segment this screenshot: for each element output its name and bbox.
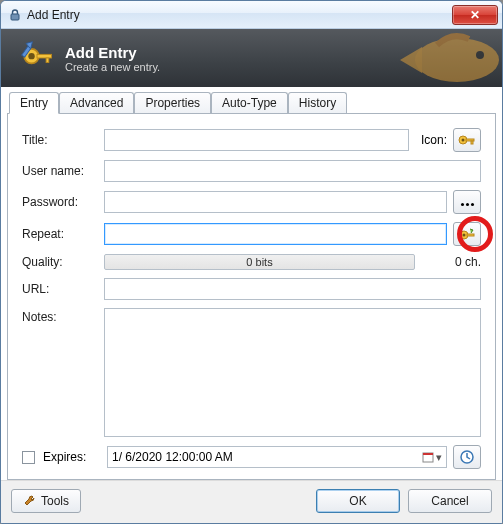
- close-button[interactable]: ✕: [452, 5, 498, 25]
- tab-advanced[interactable]: Advanced: [59, 92, 134, 114]
- tools-label: Tools: [41, 494, 69, 508]
- quality-value: 0 bits: [246, 256, 272, 268]
- quality-meter: 0 bits: [104, 254, 415, 270]
- banner-title: Add Entry: [65, 44, 160, 61]
- expires-label: Expires:: [43, 450, 101, 464]
- tab-strip: Entry Advanced Properties Auto-Type Hist…: [7, 91, 496, 113]
- toggle-password-button[interactable]: [453, 190, 481, 214]
- title-input[interactable]: [104, 129, 409, 151]
- cancel-button[interactable]: Cancel: [408, 489, 492, 513]
- repeat-input[interactable]: [104, 223, 447, 245]
- banner-subtitle: Create a new entry.: [65, 61, 160, 73]
- ok-button[interactable]: OK: [316, 489, 400, 513]
- quality-label: Quality:: [22, 255, 98, 269]
- key-icon: [17, 38, 57, 78]
- ok-label: OK: [349, 494, 366, 508]
- banner: Add Entry Create a new entry.: [1, 29, 502, 87]
- char-count: 0 ch.: [421, 255, 481, 269]
- svg-rect-13: [471, 141, 473, 144]
- tab-history[interactable]: History: [288, 92, 347, 114]
- svg-point-2: [28, 53, 34, 59]
- tools-button[interactable]: Tools: [11, 489, 81, 513]
- add-entry-window: Add Entry ✕ Add Entry Create a new entry…: [0, 0, 503, 524]
- annotation-circle: [457, 216, 493, 252]
- notes-textarea[interactable]: [104, 308, 481, 437]
- dialog-footer: Tools OK Cancel: [1, 480, 502, 523]
- repeat-label: Repeat:: [22, 227, 98, 241]
- svg-point-9: [476, 51, 484, 59]
- expiry-presets-button[interactable]: [453, 445, 481, 469]
- url-label: URL:: [22, 282, 98, 296]
- tab-entry[interactable]: Entry: [9, 92, 59, 114]
- key-icon: [458, 133, 476, 147]
- expires-checkbox[interactable]: [22, 451, 35, 464]
- title-label: Title:: [22, 133, 98, 147]
- tools-icon: [23, 494, 37, 508]
- icon-picker-button[interactable]: [453, 128, 481, 152]
- expires-value: 1/ 6/2020 12:00:00 AM: [112, 450, 233, 464]
- svg-rect-3: [37, 54, 52, 58]
- password-label: Password:: [22, 195, 98, 209]
- svg-point-7: [415, 38, 499, 82]
- close-icon: ✕: [470, 9, 480, 21]
- lock-icon: [7, 7, 23, 23]
- titlebar: Add Entry ✕: [1, 1, 502, 29]
- svg-point-11: [462, 139, 465, 142]
- svg-rect-18: [423, 453, 433, 455]
- expires-datetime[interactable]: 1/ 6/2020 12:00:00 AM ▾: [107, 446, 447, 468]
- window-title: Add Entry: [27, 8, 452, 22]
- username-label: User name:: [22, 164, 98, 178]
- svg-rect-0: [11, 14, 19, 20]
- svg-rect-4: [46, 58, 49, 63]
- username-input[interactable]: [104, 160, 481, 182]
- tab-properties[interactable]: Properties: [134, 92, 211, 114]
- url-input[interactable]: [104, 278, 481, 300]
- svg-marker-8: [400, 47, 422, 73]
- tab-area: Entry Advanced Properties Auto-Type Hist…: [1, 87, 502, 480]
- tab-body-entry: Title: Icon: User name: Password: Repe: [7, 113, 496, 480]
- cancel-label: Cancel: [431, 494, 468, 508]
- icon-label: Icon:: [421, 133, 447, 147]
- calendar-icon: ▾: [422, 451, 442, 464]
- hide-password-icon: [460, 195, 475, 209]
- tab-autotype[interactable]: Auto-Type: [211, 92, 288, 114]
- fish-watermark: [382, 29, 502, 87]
- notes-label: Notes:: [22, 308, 98, 324]
- password-input[interactable]: [104, 191, 447, 213]
- clock-icon: [459, 449, 475, 465]
